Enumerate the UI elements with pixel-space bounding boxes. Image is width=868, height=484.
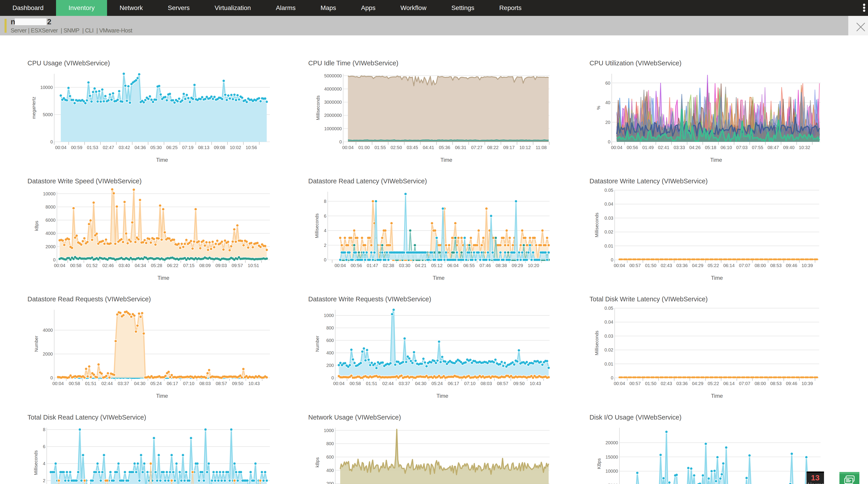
svg-text:00:04: 00:04	[55, 145, 66, 150]
svg-text:02:47: 02:47	[103, 145, 114, 150]
svg-text:Network Usage (VIWebService): Network Usage (VIWebService)	[308, 414, 401, 421]
svg-text:600: 600	[327, 338, 334, 343]
svg-text:2000000: 2000000	[324, 113, 342, 118]
svg-text:08:13: 08:13	[198, 145, 209, 150]
svg-text:04:41: 04:41	[423, 145, 434, 150]
svg-text:09:40: 09:40	[783, 145, 795, 150]
svg-text:0.03: 0.03	[604, 216, 613, 220]
svg-text:00:59: 00:59	[71, 145, 82, 150]
svg-text:01:51: 01:51	[85, 381, 96, 386]
svg-text:01:51: 01:51	[366, 381, 377, 386]
svg-text:10:20: 10:20	[528, 263, 539, 268]
svg-text:0: 0	[50, 375, 53, 380]
svg-text:Datastore Write Speed (VIWebSe: Datastore Write Speed (VIWebService)	[27, 177, 142, 185]
svg-text:kBps: kBps	[34, 221, 39, 231]
svg-text:02:46: 02:46	[102, 263, 114, 268]
svg-text:4: 4	[324, 228, 327, 233]
svg-text:09:50: 09:50	[232, 381, 243, 386]
svg-text:07:19: 07:19	[182, 145, 193, 150]
svg-text:Time: Time	[436, 393, 448, 399]
svg-text:01:00: 01:00	[359, 145, 370, 150]
svg-text:03:36: 03:36	[676, 381, 688, 386]
svg-text:1000: 1000	[324, 313, 334, 318]
svg-text:05:28: 05:28	[151, 263, 162, 268]
svg-text:04:29: 04:29	[692, 381, 703, 386]
svg-text:Disk I/O Usage (VIWebService): Disk I/O Usage (VIWebService)	[589, 414, 682, 421]
svg-text:10:12: 10:12	[519, 145, 531, 150]
svg-text:00:04: 00:04	[611, 145, 622, 150]
svg-text:0: 0	[611, 257, 613, 262]
svg-text:4000: 4000	[43, 328, 53, 333]
svg-text:05:24: 05:24	[431, 381, 443, 386]
svg-text:10000: 10000	[40, 85, 53, 90]
svg-text:6000: 6000	[45, 218, 56, 222]
svg-text:200: 200	[327, 481, 334, 484]
svg-text:02:44: 02:44	[101, 381, 113, 386]
svg-text:04:30: 04:30	[134, 381, 145, 386]
svg-text:2: 2	[43, 478, 45, 483]
svg-text:06:14: 06:14	[723, 263, 735, 268]
svg-text:06:22: 06:22	[167, 263, 178, 268]
svg-text:02:43: 02:43	[661, 263, 672, 268]
svg-text:00:04: 00:04	[342, 145, 353, 150]
svg-text:00:04: 00:04	[614, 263, 625, 268]
svg-text:04:34: 04:34	[135, 263, 146, 268]
svg-text:08:22: 08:22	[487, 145, 499, 150]
svg-text:08:00: 08:00	[754, 381, 766, 386]
svg-text:07:27: 07:27	[471, 145, 483, 150]
svg-text:04:36: 04:36	[134, 145, 146, 150]
svg-text:8000: 8000	[45, 205, 56, 209]
svg-text:0.02: 0.02	[604, 230, 613, 234]
svg-text:Time: Time	[156, 157, 168, 163]
svg-text:00:56: 00:56	[351, 263, 362, 268]
svg-text:00:56: 00:56	[627, 145, 638, 150]
svg-text:06:04: 06:04	[447, 263, 459, 268]
svg-text:00:58: 00:58	[349, 381, 361, 386]
svg-text:01:47: 01:47	[367, 263, 378, 268]
svg-text:08:03: 08:03	[480, 381, 492, 386]
svg-text:4000000: 4000000	[324, 87, 342, 91]
svg-text:05:24: 05:24	[150, 381, 162, 386]
svg-text:08:03: 08:03	[199, 381, 211, 386]
svg-text:0: 0	[611, 375, 613, 380]
svg-text:00:04: 00:04	[335, 263, 346, 268]
svg-text:05:22: 05:22	[708, 381, 719, 386]
svg-text:2: 2	[324, 243, 327, 248]
svg-text:20000: 20000	[606, 440, 618, 445]
svg-text:KBps: KBps	[596, 458, 601, 469]
svg-text:00:04: 00:04	[52, 381, 64, 386]
svg-text:09:03: 09:03	[215, 263, 227, 268]
svg-text:Time: Time	[157, 275, 169, 281]
svg-text:8: 8	[324, 199, 327, 204]
svg-text:Total Disk Write Latency (VIWe: Total Disk Write Latency (VIWebService)	[589, 296, 708, 303]
svg-text:Milliseconds: Milliseconds	[33, 450, 38, 475]
svg-text:04:21: 04:21	[415, 263, 426, 268]
svg-text:10:43: 10:43	[248, 381, 260, 386]
svg-text:07:03: 07:03	[736, 145, 748, 150]
svg-text:5000: 5000	[43, 112, 53, 117]
svg-text:10:43: 10:43	[530, 381, 541, 386]
svg-text:0: 0	[331, 375, 334, 380]
svg-text:15000: 15000	[606, 454, 618, 459]
svg-text:0.05: 0.05	[604, 306, 613, 311]
svg-text:00:58: 00:58	[70, 263, 82, 268]
svg-text:0.03: 0.03	[604, 334, 613, 338]
svg-text:Time: Time	[711, 275, 723, 281]
svg-text:03:33: 03:33	[674, 145, 685, 150]
svg-text:01:53: 01:53	[87, 145, 98, 150]
svg-text:08:57: 08:57	[216, 381, 227, 386]
svg-text:Time: Time	[711, 393, 723, 399]
svg-text:00:04: 00:04	[333, 381, 344, 386]
svg-text:5000000: 5000000	[324, 73, 342, 78]
svg-text:Number: Number	[34, 336, 39, 352]
svg-text:Datastore Write Latency (VIWeb: Datastore Write Latency (VIWebService)	[589, 177, 708, 185]
svg-text:0.05: 0.05	[604, 188, 613, 193]
svg-text:01:52: 01:52	[86, 263, 97, 268]
svg-text:00:04: 00:04	[614, 381, 625, 386]
svg-text:00:57: 00:57	[629, 381, 641, 386]
svg-text:00:04: 00:04	[54, 263, 65, 268]
svg-text:04:30: 04:30	[415, 381, 426, 386]
svg-text:02:50: 02:50	[391, 145, 402, 150]
svg-text:Time: Time	[440, 157, 452, 163]
svg-text:8: 8	[43, 427, 45, 432]
